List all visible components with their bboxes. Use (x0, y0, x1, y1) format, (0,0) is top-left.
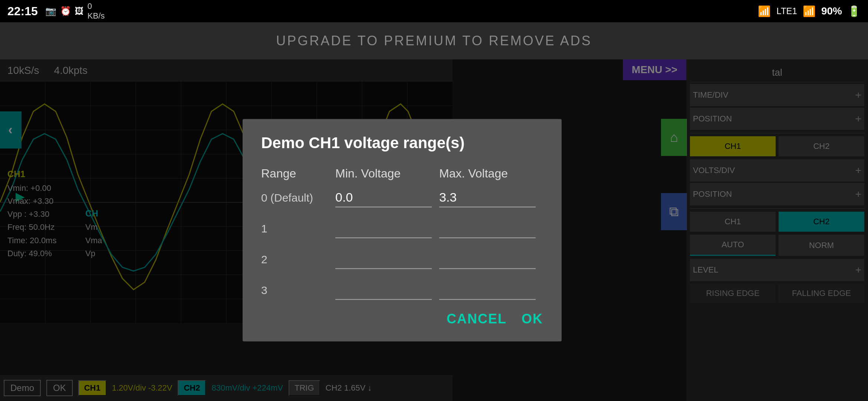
dialog-header-row: Range Min. Voltage Max. Voltage (261, 167, 543, 180)
dialog-cancel-button[interactable]: CANCEL (447, 311, 507, 327)
dialog-title: Demo CH1 voltage range(s) (261, 134, 543, 152)
ad-text: UPGRADE TO PREMIUM TO REMOVE ADS (276, 33, 592, 49)
min-voltage-0-input[interactable] (335, 188, 432, 208)
signal-label: LTE1 (776, 6, 797, 16)
voltage-range-dialog: Demo CH1 voltage range(s) Range Min. Vol… (243, 119, 562, 342)
image-icon: 🖼 (75, 6, 84, 16)
kb-indicator: 0KB/s (88, 1, 105, 21)
max-voltage-3-input[interactable] (439, 280, 536, 300)
dialog-actions: CANCEL OK (261, 311, 543, 327)
max-voltage-3-wrap (439, 280, 543, 300)
dialog-row-2: 2 (261, 250, 543, 269)
range-1-label: 1 (261, 222, 335, 235)
ad-banner: UPGRADE TO PREMIUM TO REMOVE ADS (0, 22, 868, 59)
range-0-label: 0 (Default) (261, 191, 335, 204)
max-voltage-1-input[interactable] (439, 219, 536, 238)
dialog-table: Range Min. Voltage Max. Voltage 0 (Defau… (261, 167, 543, 300)
max-voltage-0-input[interactable] (439, 188, 536, 208)
range-2-label: 2 (261, 253, 335, 265)
signal-bars-icon: 📶 (803, 5, 816, 17)
dialog-row-3: 3 (261, 280, 543, 300)
min-voltage-3-input[interactable] (335, 280, 432, 300)
clock-icon: ⏰ (60, 6, 71, 16)
dialog-row-1: 1 (261, 219, 543, 238)
battery-label: 90% (821, 5, 842, 17)
max-voltage-2-input[interactable] (439, 250, 536, 269)
max-voltage-1-wrap (439, 219, 543, 238)
max-voltage-2-wrap (439, 250, 543, 269)
dialog-overlay: Demo CH1 voltage range(s) Range Min. Vol… (0, 59, 868, 401)
col-min-voltage-header: Min. Voltage (335, 167, 439, 180)
status-time: 22:15 (7, 4, 38, 18)
col-range-header: Range (261, 167, 335, 180)
min-voltage-1-input[interactable] (335, 219, 432, 238)
dialog-row-0: 0 (Default) (261, 188, 543, 208)
col-max-voltage-header: Max. Voltage (439, 167, 543, 180)
min-voltage-3-wrap (335, 280, 439, 300)
min-voltage-2-input[interactable] (335, 250, 432, 269)
wifi-icon: 📶 (758, 5, 771, 17)
dialog-ok-button[interactable]: OK (522, 311, 543, 327)
status-bar: 22:15 📷 ⏰ 🖼 0KB/s 📶 LTE1 📶 90% 🔋 (0, 0, 868, 22)
min-voltage-2-wrap (335, 250, 439, 269)
range-3-label: 3 (261, 284, 335, 296)
status-icons: 📷 ⏰ 🖼 0KB/s (45, 1, 105, 21)
max-voltage-0-wrap (439, 188, 543, 208)
camera-icon: 📷 (45, 6, 56, 16)
battery-icon: 🔋 (848, 5, 861, 17)
min-voltage-1-wrap (335, 219, 439, 238)
status-right: 📶 LTE1 📶 90% 🔋 (758, 5, 861, 17)
min-voltage-0-wrap (335, 188, 439, 208)
